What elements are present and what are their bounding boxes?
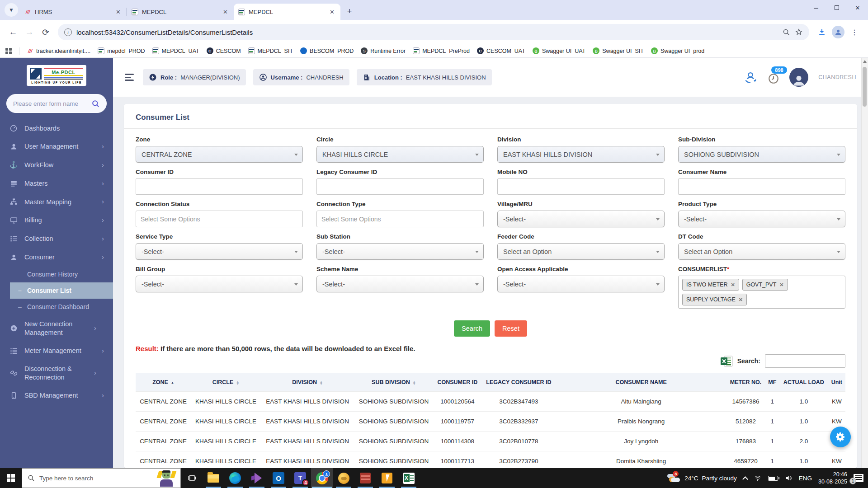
legacy-consumer-id-input[interactable] (316, 178, 484, 195)
sidebar-item-consumer-dashboard[interactable]: – Consumer Dashboard (0, 299, 113, 315)
settings-fab[interactable] (830, 427, 851, 447)
product-type-select[interactable]: -Select- (678, 211, 845, 227)
zone-select[interactable]: CENTRAL ZONE (136, 146, 303, 163)
bookmark-tracker[interactable]: tracker.ideainfinityit.... (27, 47, 90, 54)
start-button[interactable] (0, 468, 22, 488)
tab-search-button[interactable]: ▼ (5, 3, 18, 17)
scheme-name-select[interactable]: -Select- (316, 276, 484, 292)
network-icon[interactable] (754, 474, 762, 482)
outlook-icon[interactable]: O (268, 468, 289, 488)
sidebar-item-meter-management[interactable]: Meter Management › (0, 342, 113, 360)
teams-icon[interactable]: T 4 (289, 468, 311, 488)
chrome-icon[interactable] (311, 468, 333, 488)
column-header-meter-no[interactable]: METER NO. (726, 373, 765, 392)
remove-tag-icon[interactable]: ✕ (739, 297, 743, 303)
window-close-button[interactable]: ✕ (847, 0, 868, 15)
new-tab-button[interactable]: + (343, 5, 356, 18)
consumer-id-input[interactable] (136, 178, 303, 195)
column-header-unit[interactable]: Unit (828, 373, 845, 392)
bookmark-bescom-prod[interactable]: BESCOM_PROD (300, 47, 354, 54)
bookmark-swagger-prod[interactable]: {}Swagger UI_prod (651, 47, 704, 54)
sort-icon[interactable]: ▲▼ (320, 380, 323, 385)
taskbar-search[interactable] (22, 468, 181, 488)
browser-tab-hrms[interactable]: HRMS ✕ (20, 4, 127, 20)
sort-icon[interactable]: ▲▼ (413, 380, 416, 385)
browser-tab-mepdcl-1[interactable]: MEPDCL ✕ (127, 4, 234, 20)
search-highlight-character[interactable] (152, 468, 180, 488)
profile-name[interactable]: CHANDRESH (818, 74, 856, 80)
visual-studio-icon[interactable] (246, 468, 268, 488)
sort-icon[interactable]: ▲ (171, 381, 174, 384)
consumer-id-link[interactable]: 1000119757 (434, 412, 481, 432)
tab-close-icon[interactable]: ✕ (222, 9, 229, 15)
column-header-actual-load[interactable]: ACTUAL LOAD (779, 373, 828, 392)
sidebar-item-consumer-history[interactable]: – Consumer History (0, 266, 113, 282)
search-button[interactable]: Search (454, 320, 490, 337)
bookmark-swagger-sit[interactable]: {}Swagger UI_SIT (593, 47, 644, 54)
volume-icon[interactable] (784, 474, 793, 482)
bookmark-cescom-uat[interactable]: CCESCOM_UAT (477, 47, 525, 54)
consumer-name-input[interactable] (678, 178, 845, 195)
hamburger-menu-icon[interactable] (125, 72, 136, 82)
search-icon[interactable] (91, 99, 100, 108)
browser-tab-mepdcl-active[interactable]: MEPDCL ✕ (234, 4, 340, 20)
scroll-up-arrow-icon[interactable] (863, 60, 867, 63)
taskbar-search-input[interactable] (39, 475, 148, 482)
bookmark-mepdcl-sit[interactable]: MEPDCL_SIT (248, 47, 293, 54)
bill-group-select[interactable]: -Select- (136, 276, 303, 292)
session-timer[interactable]: 898 (768, 70, 779, 84)
reload-button[interactable]: ⟳ (39, 25, 52, 39)
file-explorer-icon[interactable] (203, 468, 224, 488)
sub-station-select[interactable]: -Select- (316, 243, 484, 260)
action-center-icon[interactable]: 1 (854, 474, 863, 482)
bookmark-mepdcl-prod[interactable]: mepdcl_PROD (98, 47, 145, 54)
page-scrollbar[interactable] (861, 58, 868, 468)
remove-tag-icon[interactable]: ✕ (731, 282, 735, 288)
table-search-input[interactable] (765, 354, 845, 368)
profile-avatar[interactable] (789, 68, 808, 87)
apps-grid-icon[interactable] (5, 48, 12, 54)
sidebar-item-workflow[interactable]: ⚓ WorkFlow › (0, 156, 113, 174)
connection-type-multiselect[interactable] (316, 211, 484, 227)
consumer-id-link[interactable]: 1000120564 (434, 392, 481, 412)
column-header-legacy-consumer-id[interactable]: LEGACY CONSUMER ID (481, 373, 556, 392)
site-info-icon[interactable]: i (64, 28, 72, 36)
excel-export-icon[interactable] (721, 356, 733, 367)
column-header-consumer-name[interactable]: CONSUMER NAME (556, 373, 726, 392)
back-button[interactable]: ← (6, 25, 20, 39)
tab-close-icon[interactable]: ✕ (114, 9, 122, 15)
sort-icon[interactable]: ▲▼ (236, 380, 239, 385)
tab-close-icon[interactable]: ✕ (328, 9, 336, 15)
mobile-no-input[interactable] (497, 178, 665, 195)
column-header-sub-division[interactable]: SUB DIVISION▲▼ (354, 373, 434, 392)
language-indicator[interactable]: ENG (799, 475, 812, 482)
sub-division-select[interactable]: SOHIONG SUBDIVISION (678, 146, 845, 163)
connection-type-input[interactable] (321, 216, 479, 223)
consumer-id-link[interactable]: 1000117713 (434, 451, 481, 469)
division-select[interactable]: EAST KHASI HILLS DIVISION (497, 146, 665, 163)
connection-status-multiselect[interactable] (136, 211, 303, 227)
sidebar-item-sbd-management[interactable]: SBD Management › (0, 386, 113, 405)
window-minimize-button[interactable]: ─ (806, 0, 826, 15)
feeder-code-select[interactable]: Select an Option (497, 243, 665, 260)
column-header-circle[interactable]: CIRCLE▲▼ (191, 373, 261, 392)
excel-icon[interactable] (398, 468, 420, 488)
dt-code-select[interactable]: Select an Option (678, 243, 845, 260)
sidebar-item-user-management[interactable]: User Management › (0, 137, 113, 156)
bookmark-cescom[interactable]: CCESCOM (207, 47, 241, 54)
app-yellow-icon[interactable] (333, 468, 354, 488)
chrome-menu-icon[interactable]: ⋮ (847, 25, 862, 39)
village-mru-select[interactable]: -Select- (497, 211, 665, 227)
tray-expand-chevron-icon[interactable] (742, 476, 748, 482)
url-text[interactable]: localhost:53432/ConsumerListDetails/Cons… (76, 28, 778, 36)
sidebar-item-billing[interactable]: Billing › (0, 211, 113, 230)
column-header-division[interactable]: DIVISION▲▼ (261, 373, 354, 392)
open-access-select[interactable]: -Select- (497, 276, 665, 292)
address-bar[interactable]: i localhost:53432/ConsumerListDetails/Co… (58, 24, 809, 40)
forward-button[interactable]: → (23, 25, 36, 39)
app-orange-icon[interactable] (376, 468, 398, 488)
role-switch-icon[interactable] (743, 70, 758, 84)
circle-select[interactable]: KHASI HILLS CIRCLE (316, 146, 484, 163)
remove-tag-icon[interactable]: ✕ (779, 282, 783, 288)
bookmark-star-icon[interactable] (795, 28, 803, 36)
